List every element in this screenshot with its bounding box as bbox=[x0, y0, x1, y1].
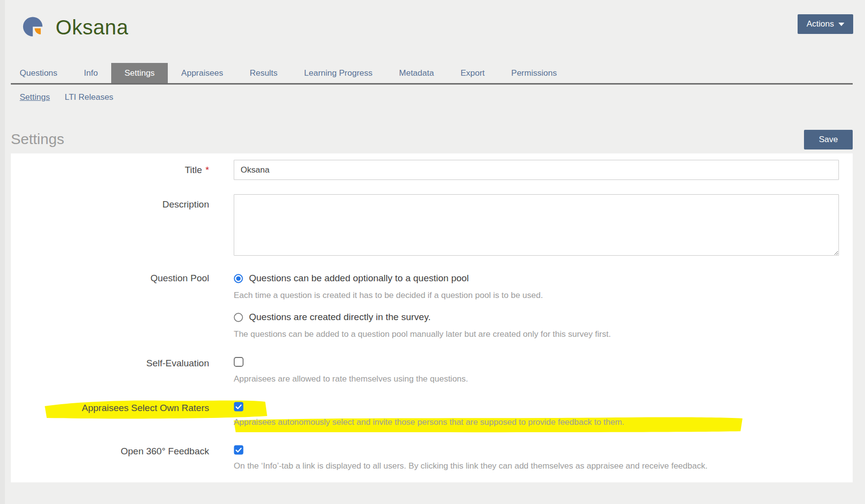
subtab-settings[interactable]: Settings bbox=[20, 92, 50, 102]
page-left-edge bbox=[0, 0, 5, 504]
option-help-text: The questions can be added to a question… bbox=[234, 329, 839, 339]
tab-learning-progress[interactable]: Learning Progress bbox=[291, 63, 386, 83]
self-evaluation-label: Self-Evaluation bbox=[11, 357, 209, 384]
title-label: Title* bbox=[11, 160, 209, 180]
form-heading: Settings bbox=[11, 130, 64, 148]
form-row-open-360-feedback: Open 360° Feedback On the ‘Info’-tab a l… bbox=[11, 445, 839, 471]
option-help-text: Appraisees autonomously select and invit… bbox=[234, 417, 839, 427]
tab-metadata[interactable]: Metadata bbox=[386, 63, 447, 83]
description-textarea[interactable] bbox=[234, 194, 839, 256]
save-button[interactable]: Save bbox=[804, 130, 853, 149]
radio-option-label[interactable]: Questions can be added optionally to a q… bbox=[249, 272, 469, 285]
tab-bar: Questions Info Settings Appraisees Resul… bbox=[11, 63, 853, 85]
appraisees-select-own-raters-label: Appraisees Select Own Raters bbox=[11, 402, 209, 427]
caret-down-icon bbox=[838, 23, 844, 26]
option-help-text: Each time a question is created it has t… bbox=[234, 290, 839, 300]
actions-button[interactable]: Actions bbox=[798, 14, 853, 34]
description-label: Description bbox=[11, 194, 209, 258]
required-asterisk: * bbox=[206, 165, 209, 175]
open-360-feedback-label: Open 360° Feedback bbox=[11, 445, 209, 471]
tab-appraisees[interactable]: Appraisees bbox=[168, 63, 236, 83]
form-row-self-evaluation: Self-Evaluation Appraisees are allowed t… bbox=[11, 357, 839, 384]
subtab-lti-releases[interactable]: LTI Releases bbox=[64, 92, 113, 102]
page-title: Oksana bbox=[56, 16, 128, 39]
object-header: Oksana Actions bbox=[0, 0, 865, 39]
radio-checked-icon[interactable] bbox=[234, 274, 243, 283]
radio-option-label[interactable]: Questions are created directly in the su… bbox=[249, 311, 431, 324]
settings-form: Title* Description Question Pool Questio… bbox=[11, 153, 853, 482]
checkbox-unchecked-icon[interactable] bbox=[234, 357, 244, 367]
question-pool-option-2: Questions are created directly in the su… bbox=[234, 311, 839, 339]
tab-questions[interactable]: Questions bbox=[11, 63, 71, 83]
survey-pie-chart-icon bbox=[22, 16, 45, 39]
actions-button-label: Actions bbox=[806, 19, 834, 29]
form-row-appraisees-select-own-raters: Appraisees Select Own Raters Appraisees … bbox=[11, 402, 839, 427]
checkbox-checked-icon[interactable] bbox=[234, 445, 244, 455]
question-pool-label: Question Pool bbox=[11, 272, 209, 339]
title-input[interactable] bbox=[234, 160, 839, 180]
tab-info[interactable]: Info bbox=[71, 63, 111, 83]
question-pool-option-1: Questions can be added optionally to a q… bbox=[234, 272, 839, 300]
checkbox-checked-icon[interactable] bbox=[234, 402, 244, 412]
option-help-text: Appraisees are allowed to rate themselve… bbox=[234, 374, 839, 384]
form-heading-row: Settings Save bbox=[11, 130, 853, 149]
form-row-question-pool: Question Pool Questions can be added opt… bbox=[11, 272, 839, 339]
form-row-description: Description bbox=[11, 194, 839, 258]
option-help-text: On the ‘Info’-tab a link is displayed to… bbox=[234, 461, 839, 471]
tab-settings[interactable]: Settings bbox=[111, 63, 168, 83]
tab-export[interactable]: Export bbox=[447, 63, 498, 83]
subtab-bar: Settings LTI Releases bbox=[11, 92, 853, 102]
form-row-title: Title* bbox=[11, 160, 839, 180]
pie-orange-slice bbox=[34, 28, 40, 34]
radio-unchecked-icon[interactable] bbox=[234, 313, 243, 322]
tab-permissions[interactable]: Permissions bbox=[498, 63, 570, 83]
tab-results[interactable]: Results bbox=[236, 63, 291, 83]
